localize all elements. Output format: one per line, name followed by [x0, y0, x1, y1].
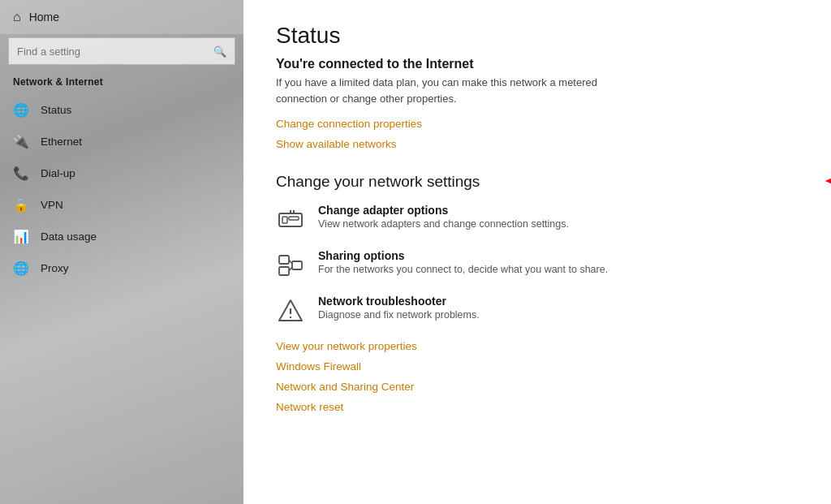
troubleshooter-title: Network troubleshooter	[318, 295, 480, 308]
search-box[interactable]: 🔍	[8, 37, 235, 65]
sidebar-item-proxy[interactable]: 🌐 Proxy	[0, 252, 243, 284]
sidebar-item-dialup-label: Dial-up	[41, 167, 75, 179]
red-arrow-annotation	[823, 153, 831, 209]
status-connected-text: You're connected to the Internet	[276, 57, 799, 71]
sidebar-item-proxy-label: Proxy	[41, 262, 69, 274]
settings-item-troubleshooter[interactable]: Network troubleshooter Diagnose and fix …	[276, 295, 799, 325]
firewall-link[interactable]: Windows Firewall	[276, 360, 799, 373]
sidebar-section-title: Network & Internet	[0, 71, 243, 94]
sharing-desc: For the networks you connect to, decide …	[318, 264, 608, 275]
home-label: Home	[29, 11, 59, 24]
search-input[interactable]	[17, 45, 213, 58]
svg-point-13	[290, 317, 291, 318]
main-content: Status You're connected to the Internet …	[243, 0, 831, 504]
svg-rect-6	[279, 256, 289, 264]
status-icon: 🌐	[13, 102, 29, 118]
adapter-desc: View network adapters and change connect…	[318, 218, 569, 230]
home-icon: ⌂	[13, 10, 21, 24]
change-network-settings-row: Change your network settings	[276, 158, 799, 204]
sidebar-item-vpn[interactable]: 🔒 VPN	[0, 189, 243, 221]
adapter-title: Change adapter options	[318, 204, 569, 217]
troubleshooter-icon	[276, 296, 305, 325]
proxy-icon: 🌐	[13, 261, 29, 276]
sidebar-item-status-label: Status	[41, 104, 71, 116]
sidebar-item-dialup[interactable]: 📞 Dial-up	[0, 157, 243, 189]
adapter-icon	[276, 205, 305, 235]
sidebar-item-ethernet[interactable]: 🔌 Ethernet	[0, 126, 243, 157]
sidebar-item-data-usage-label: Data usage	[41, 230, 97, 243]
data-usage-icon: 📊	[13, 229, 29, 244]
sidebar-item-status[interactable]: 🌐 Status	[0, 94, 243, 126]
svg-marker-0	[823, 157, 831, 205]
sidebar-item-ethernet-label: Ethernet	[41, 136, 82, 148]
dialup-icon: 📞	[13, 166, 29, 181]
svg-rect-2	[282, 217, 287, 223]
view-properties-link[interactable]: View your network properties	[276, 340, 799, 352]
settings-item-sharing[interactable]: Sharing options For the networks you con…	[276, 249, 799, 280]
sidebar-item-vpn-label: VPN	[41, 199, 63, 211]
ethernet-icon: 🔌	[13, 134, 29, 149]
sidebar-nav: 🌐 Status 🔌 Ethernet 📞 Dial-up 🔒 VPN 📊 Da…	[0, 94, 243, 284]
sharing-text: Sharing options For the networks you con…	[318, 249, 608, 275]
troubleshooter-text: Network troubleshooter Diagnose and fix …	[318, 295, 480, 321]
sidebar-item-data-usage[interactable]: 📊 Data usage	[0, 221, 243, 252]
settings-item-adapter[interactable]: Change adapter options View network adap…	[276, 204, 799, 235]
svg-rect-7	[279, 267, 289, 275]
search-icon: 🔍	[213, 45, 226, 58]
vpn-icon: 🔒	[13, 197, 29, 213]
show-networks-link[interactable]: Show available networks	[276, 138, 799, 150]
change-network-heading: Change your network settings	[276, 173, 480, 191]
status-description: If you have a limited data plan, you can…	[276, 75, 617, 106]
svg-rect-8	[292, 261, 302, 269]
home-button[interactable]: ⌂ Home	[0, 0, 243, 34]
sharing-title: Sharing options	[318, 249, 608, 262]
page-title: Status	[276, 23, 799, 49]
sidebar: ⌂ Home 🔍 Network & Internet 🌐 Status 🔌 E…	[0, 0, 243, 504]
adapter-text: Change adapter options View network adap…	[318, 204, 569, 230]
sharing-center-link[interactable]: Network and Sharing Center	[276, 381, 799, 393]
change-connection-link[interactable]: Change connection properties	[276, 118, 799, 130]
troubleshooter-desc: Diagnose and fix network problems.	[318, 309, 480, 321]
sharing-icon	[276, 251, 305, 280]
svg-rect-3	[289, 217, 299, 220]
network-reset-link[interactable]: Network reset	[276, 401, 799, 413]
